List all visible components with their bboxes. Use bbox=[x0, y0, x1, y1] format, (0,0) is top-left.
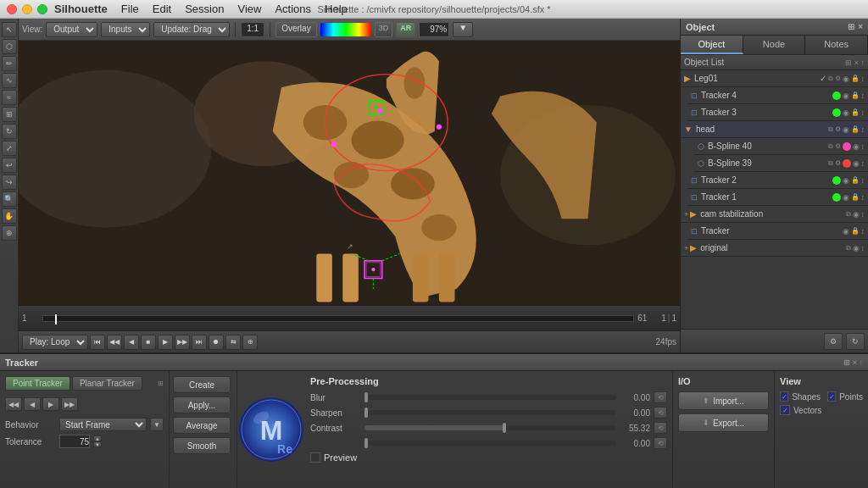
panel-icon-btn-1[interactable]: ⊞ bbox=[848, 22, 854, 31]
tool-arrow[interactable]: ↖ bbox=[2, 22, 17, 37]
export-button[interactable]: ⬇ Export... bbox=[678, 413, 769, 432]
tool-bspline[interactable]: ≈ bbox=[2, 90, 17, 105]
ar-button[interactable]: AR bbox=[396, 22, 415, 37]
contrast-slider[interactable] bbox=[364, 425, 616, 430]
overlay-button[interactable]: Overlay bbox=[275, 22, 316, 37]
tab-node[interactable]: Node bbox=[743, 36, 806, 54]
close-button[interactable] bbox=[7, 4, 17, 14]
pb-record[interactable]: ⏺ bbox=[209, 335, 224, 350]
contrast-thumb[interactable] bbox=[503, 423, 506, 433]
minimize-button[interactable] bbox=[22, 4, 32, 14]
average-button[interactable]: Average bbox=[173, 417, 231, 434]
list-item[interactable]: ⊡ Tracker ◉ 🔒 ↕ bbox=[687, 223, 868, 240]
list-item[interactable]: ▼ head ⧉ ⚙ ◉ 🔒 ↕ bbox=[681, 121, 868, 138]
tool-zoom[interactable]: 🔍 bbox=[2, 191, 17, 207]
sharpen-reset[interactable]: ⟲ bbox=[654, 407, 667, 419]
tc-back[interactable]: ◀ bbox=[24, 397, 41, 411]
list-item[interactable]: ⬡ B-Spline 39 ⧉ ⚙ ◉ ↕ bbox=[694, 155, 868, 172]
tool-undo[interactable]: ↩ bbox=[2, 158, 17, 173]
view-select[interactable]: Output bbox=[46, 22, 97, 37]
scroll-icon: ↕ bbox=[861, 227, 865, 236]
tab-planar-tracker[interactable]: Planar Tracker bbox=[72, 376, 142, 391]
preview-checkbox[interactable] bbox=[310, 452, 320, 463]
zoom-percent-input[interactable] bbox=[419, 22, 449, 37]
shapes-checkbox[interactable]: ✓ bbox=[780, 391, 788, 402]
pb-stop[interactable]: ■ bbox=[141, 335, 156, 350]
apply-button[interactable]: Apply... bbox=[173, 396, 231, 413]
tc-fwd[interactable]: ▶ bbox=[42, 397, 59, 411]
footer-btn-settings[interactable]: ⚙ bbox=[824, 333, 843, 350]
create-button[interactable]: Create bbox=[173, 376, 231, 393]
tolerance-input[interactable] bbox=[59, 435, 90, 448]
list-item[interactable]: ⊡ Tracker 1 ◉ 🔒 ↕ bbox=[687, 189, 868, 206]
points-checkbox[interactable]: ✓ bbox=[827, 391, 836, 402]
blur-slider[interactable] bbox=[364, 395, 616, 400]
behavior-arrow[interactable]: ▼ bbox=[150, 418, 164, 431]
tool-tracker[interactable]: ⊕ bbox=[2, 225, 17, 241]
sharpen-slider[interactable] bbox=[364, 410, 616, 415]
list-item[interactable]: ⊡ Tracker 2 ◉ 🔒 ↕ bbox=[687, 172, 868, 189]
tool-bezier[interactable]: ∿ bbox=[2, 73, 17, 88]
smooth-button[interactable]: Smooth bbox=[173, 437, 231, 454]
tool-transform[interactable]: ⊞ bbox=[2, 107, 17, 122]
tc-next[interactable]: ▶▶ bbox=[61, 397, 78, 411]
tool-rotate[interactable]: ↻ bbox=[2, 124, 17, 139]
tool-select[interactable]: ⬡ bbox=[2, 39, 17, 54]
view-section: View ✓ Shapes ✓ Points ✓ Vectors bbox=[775, 371, 868, 488]
update-select[interactable]: Update: Drag bbox=[153, 22, 230, 37]
tc-prev[interactable]: ◀◀ bbox=[5, 397, 22, 411]
tool-pen[interactable]: ✏ bbox=[2, 56, 17, 71]
pb-play[interactable]: ▶ bbox=[158, 335, 173, 350]
play-mode-select[interactable]: Play: Loop bbox=[22, 335, 88, 350]
tool-redo[interactable]: ↪ bbox=[2, 175, 17, 190]
menu-file[interactable]: File bbox=[121, 3, 139, 15]
zoom-display[interactable]: 1:1 bbox=[241, 22, 264, 37]
list-item[interactable]: ⊡ Tracker 3 ◉ 🔒 ↕ bbox=[687, 104, 868, 121]
timeline-playhead[interactable] bbox=[55, 314, 57, 324]
pb-go-end[interactable]: ⏭ bbox=[192, 335, 207, 350]
extra-slider[interactable] bbox=[364, 441, 616, 446]
3d-button[interactable]: 3D bbox=[375, 22, 393, 37]
zoom-arrow[interactable]: ▼ bbox=[453, 22, 473, 37]
menu-actions[interactable]: Actions bbox=[275, 3, 311, 15]
pb-realtime[interactable]: ⊕ bbox=[242, 335, 258, 350]
import-button[interactable]: ⬆ Import... bbox=[678, 391, 769, 410]
tolerance-up[interactable]: ▲ bbox=[93, 435, 102, 441]
tool-pan[interactable]: ✋ bbox=[2, 208, 17, 224]
menu-session[interactable]: Session bbox=[185, 3, 224, 15]
pb-bounce[interactable]: ⇆ bbox=[225, 335, 241, 350]
pb-next-frame[interactable]: ▶▶ bbox=[175, 335, 190, 350]
behavior-select[interactable]: Start Frame bbox=[59, 418, 147, 431]
panel-icon-btn-2[interactable]: × bbox=[858, 22, 863, 31]
tool-scale[interactable]: ⤢ bbox=[2, 141, 17, 156]
blur-thumb[interactable] bbox=[364, 392, 368, 402]
tab-notes[interactable]: Notes bbox=[805, 36, 868, 54]
row-icons: ⧉ ◉ ↕ bbox=[846, 210, 865, 219]
sharpen-thumb[interactable] bbox=[364, 408, 368, 418]
list-item[interactable]: ⬡ B-Spline 40 ⧉ ⚙ ◉ ↕ bbox=[694, 138, 868, 155]
pb-go-start[interactable]: ⏮ bbox=[90, 335, 105, 350]
pb-prev-fast[interactable]: ◀◀ bbox=[107, 335, 122, 350]
menu-edit[interactable]: Edit bbox=[153, 3, 171, 15]
inputs-select[interactable]: Inputs bbox=[101, 22, 150, 37]
object-list[interactable]: ▶ Leg01 ✓ ⧉ ⚙ ◉ 🔒 ↕ ⊡ Trac bbox=[681, 70, 868, 329]
list-item[interactable]: ▶ Leg01 ✓ ⧉ ⚙ ◉ 🔒 ↕ bbox=[681, 70, 868, 87]
list-item[interactable]: ⊡ Tracker 4 ◉ 🔒 ↕ bbox=[687, 87, 868, 104]
timeline-track[interactable] bbox=[42, 315, 634, 322]
extra-reset[interactable]: ⟲ bbox=[654, 437, 667, 449]
vectors-checkbox[interactable]: ✓ bbox=[780, 405, 790, 415]
tab-point-tracker[interactable]: Point Tracker bbox=[5, 376, 70, 391]
list-item[interactable]: + ▶ original ⧉ ◉ ↕ bbox=[681, 240, 868, 257]
maximize-button[interactable] bbox=[37, 4, 47, 14]
contrast-reset[interactable]: ⟲ bbox=[654, 422, 667, 434]
viewer-canvas[interactable]: ↗ bbox=[19, 41, 680, 305]
pb-prev-frame[interactable]: ◀ bbox=[124, 335, 139, 350]
footer-btn-refresh[interactable]: ↻ bbox=[846, 333, 865, 350]
extra-thumb[interactable] bbox=[364, 438, 368, 448]
menu-view[interactable]: View bbox=[237, 3, 261, 15]
tracker-logo: M Re bbox=[237, 371, 305, 488]
list-item[interactable]: + ▶ cam stabilization ⧉ ◉ ↕ bbox=[681, 206, 868, 223]
tab-object[interactable]: Object bbox=[681, 36, 743, 54]
blur-reset[interactable]: ⟲ bbox=[654, 391, 667, 403]
tolerance-down[interactable]: ▼ bbox=[93, 441, 102, 447]
